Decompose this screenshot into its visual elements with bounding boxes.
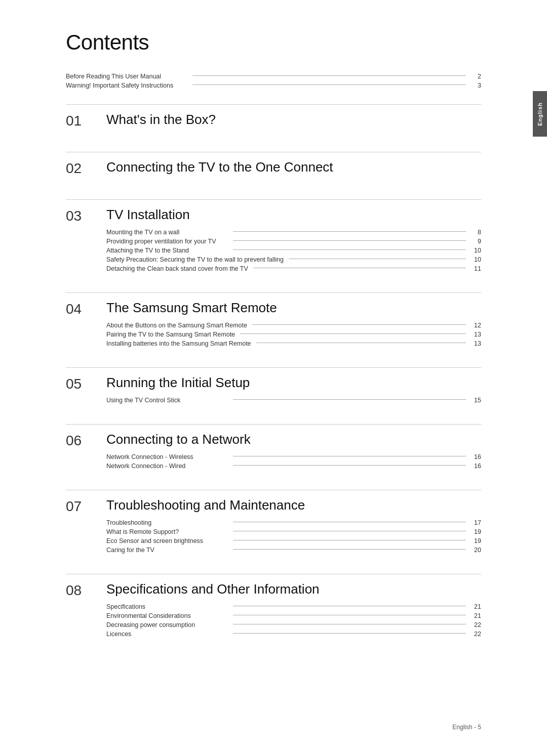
entry-page: 13 bbox=[471, 331, 481, 338]
entry-page: 16 bbox=[471, 453, 481, 460]
entry-page: 20 bbox=[471, 547, 481, 554]
section-title: The Samsung Smart Remote bbox=[106, 300, 481, 316]
toc-entry: Environmental Considerations21 bbox=[106, 612, 481, 619]
toc-entry: Specifications21 bbox=[106, 603, 481, 610]
section-content: The Samsung Smart RemoteAbout the Button… bbox=[106, 300, 481, 349]
entry-page: 17 bbox=[471, 519, 481, 526]
section-06: 06Connecting to a NetworkNetwork Connect… bbox=[66, 432, 481, 472]
section-title: Connecting to a Network bbox=[106, 432, 481, 447]
section-04: 04The Samsung Smart RemoteAbout the Butt… bbox=[66, 300, 481, 349]
entry-label: Before Reading This User Manual bbox=[66, 73, 187, 80]
entry-page: 11 bbox=[471, 265, 481, 272]
section-content: Connecting to a NetworkNetwork Connectio… bbox=[106, 432, 481, 472]
entry-dots bbox=[192, 85, 466, 85]
section-content: Specifications and Other InformationSpec… bbox=[106, 581, 481, 640]
section-content: Troubleshooting and MaintenanceTroublesh… bbox=[106, 497, 481, 556]
toc-entry: Before Reading This User Manual2 bbox=[66, 73, 481, 80]
section-07: 07Troubleshooting and MaintenanceTrouble… bbox=[66, 497, 481, 556]
entry-page: 3 bbox=[471, 82, 481, 89]
entry-page: 9 bbox=[471, 238, 481, 245]
toc-entry: Attaching the TV to the Stand10 bbox=[106, 247, 481, 254]
entry-label: Licences bbox=[106, 631, 228, 638]
entry-page: 22 bbox=[471, 621, 481, 628]
entry-page: 19 bbox=[471, 528, 481, 535]
entry-dots bbox=[233, 633, 466, 634]
intro-section: Before Reading This User Manual2Warning!… bbox=[66, 73, 481, 89]
entry-dots bbox=[256, 343, 466, 343]
section-02: 02Connecting the TV to the One Connect bbox=[66, 159, 481, 181]
entry-dots bbox=[233, 615, 466, 615]
section-entries: About the Buttons on the Samsung Smart R… bbox=[106, 322, 481, 347]
entry-dots bbox=[233, 399, 466, 400]
section-divider bbox=[66, 367, 481, 368]
section-content: Connecting the TV to the One Connect bbox=[106, 159, 481, 181]
section-divider bbox=[66, 292, 481, 293]
entry-dots bbox=[233, 240, 466, 241]
entry-dots bbox=[253, 268, 466, 268]
section-entries: Mounting the TV on a wall8Providing prop… bbox=[106, 229, 481, 272]
section-05: 05Running the Initial SetupUsing the TV … bbox=[66, 375, 481, 406]
section-title: Connecting the TV to the One Connect bbox=[106, 159, 481, 175]
section-title: Running the Initial Setup bbox=[106, 375, 481, 391]
entry-label: What is Remote Support? bbox=[106, 528, 228, 535]
toc-entry: Installing batteries into the Samsung Sm… bbox=[106, 340, 481, 347]
section-divider bbox=[66, 574, 481, 574]
toc-entry: Troubleshooting17 bbox=[106, 519, 481, 526]
page-footer: English - 5 bbox=[452, 724, 481, 731]
entry-label: Mounting the TV on a wall bbox=[106, 229, 228, 236]
entry-dots bbox=[233, 465, 466, 466]
entry-page: 13 bbox=[471, 340, 481, 347]
entry-page: 16 bbox=[471, 463, 481, 470]
toc-entry: Detaching the Clean back stand cover fro… bbox=[106, 265, 481, 272]
section-divider bbox=[66, 424, 481, 425]
entry-page: 22 bbox=[471, 631, 481, 638]
entry-dots bbox=[233, 531, 466, 531]
section-number: 03 bbox=[66, 207, 106, 274]
entry-dots bbox=[233, 540, 466, 540]
toc-entry: Warning! Important Safety Instructions3 bbox=[66, 82, 481, 89]
toc-entry: Decreasing power consumption22 bbox=[106, 621, 481, 628]
section-content: Running the Initial SetupUsing the TV Co… bbox=[106, 375, 481, 406]
section-title: What's in the Box? bbox=[106, 112, 481, 128]
entry-label: Caring for the TV bbox=[106, 547, 228, 554]
entry-dots bbox=[233, 231, 466, 232]
entry-dots bbox=[240, 333, 466, 334]
toc-entry: Mounting the TV on a wall8 bbox=[106, 229, 481, 236]
entry-label: Network Connection - Wired bbox=[106, 463, 228, 470]
entry-label: Decreasing power consumption bbox=[106, 621, 228, 628]
toc-entry: Safety Precaution: Securing the TV to th… bbox=[106, 256, 481, 263]
section-entries: Specifications21Environmental Considerat… bbox=[106, 603, 481, 638]
entry-page: 19 bbox=[471, 537, 481, 544]
toc-entry: Network Connection - Wireless16 bbox=[106, 453, 481, 460]
entry-dots bbox=[192, 75, 466, 76]
entry-dots bbox=[233, 249, 466, 250]
section-divider bbox=[66, 152, 481, 152]
entry-label: Environmental Considerations bbox=[106, 612, 228, 619]
section-entries: Network Connection - Wireless16Network C… bbox=[106, 453, 481, 470]
entry-page: 10 bbox=[471, 256, 481, 263]
section-title: TV Installation bbox=[106, 207, 481, 223]
section-number: 06 bbox=[66, 432, 106, 472]
section-title: Specifications and Other Information bbox=[106, 581, 481, 597]
entry-dots bbox=[233, 606, 466, 606]
page-title: Contents bbox=[66, 30, 481, 55]
section-number: 08 bbox=[66, 581, 106, 640]
toc-sections: 01What's in the Box?02Connecting the TV … bbox=[66, 112, 481, 640]
entry-label: Detaching the Clean back stand cover fro… bbox=[106, 265, 248, 272]
toc-entry: What is Remote Support?19 bbox=[106, 528, 481, 535]
section-03: 03TV InstallationMounting the TV on a wa… bbox=[66, 207, 481, 274]
section-number: 07 bbox=[66, 497, 106, 556]
section-number: 02 bbox=[66, 159, 106, 181]
entry-label: Installing batteries into the Samsung Sm… bbox=[106, 340, 251, 347]
entry-label: Warning! Important Safety Instructions bbox=[66, 82, 187, 89]
entry-page: 12 bbox=[471, 322, 481, 329]
entry-dots bbox=[289, 259, 466, 259]
entry-label: Troubleshooting bbox=[106, 519, 228, 526]
section-content: What's in the Box? bbox=[106, 112, 481, 134]
section-divider bbox=[66, 104, 481, 105]
entry-page: 21 bbox=[471, 612, 481, 619]
entry-label: Specifications bbox=[106, 603, 228, 610]
toc-entry: Caring for the TV20 bbox=[106, 547, 481, 554]
section-number: 05 bbox=[66, 375, 106, 406]
entry-page: 8 bbox=[471, 229, 481, 236]
